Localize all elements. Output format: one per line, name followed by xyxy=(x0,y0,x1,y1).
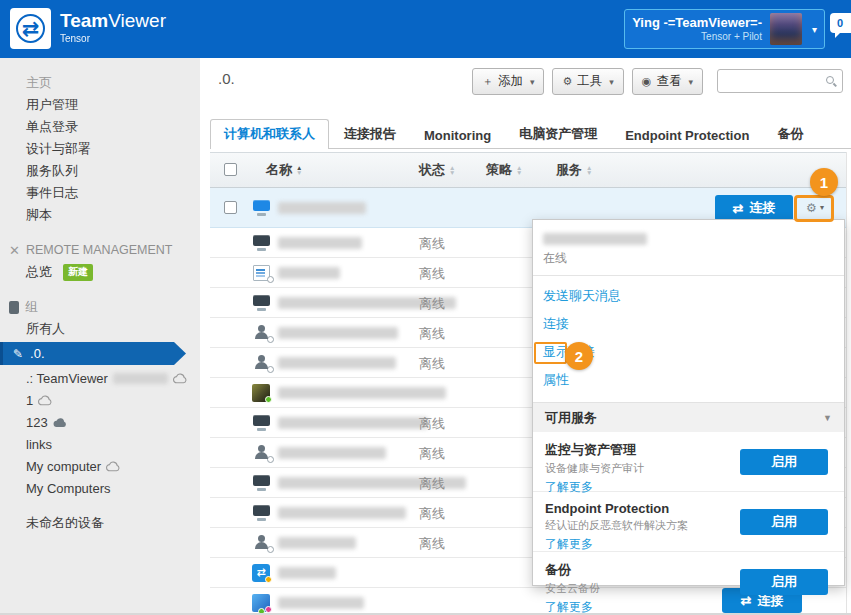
device-type-icon xyxy=(252,199,272,217)
activate-button[interactable]: 启用 xyxy=(740,449,828,475)
redacted-device-name xyxy=(278,327,398,339)
sort-arrows-icon: ▲▼ xyxy=(516,165,522,175)
presence-dot xyxy=(267,276,274,283)
sidebar-group-item[interactable]: links xyxy=(0,433,200,455)
tab[interactable]: 计算机和联系人 xyxy=(210,119,329,149)
presence-dot xyxy=(265,396,272,403)
sidebar-item[interactable]: 设计与部署 xyxy=(0,138,200,160)
sidebar-remote-management-header: ✕ REMOTE MANAGEMENT xyxy=(0,239,200,261)
chat-bubble-badge[interactable]: 0 xyxy=(830,13,851,33)
sidebar-item[interactable]: 主页 xyxy=(0,72,200,94)
tab[interactable]: 连接报告 xyxy=(331,120,409,148)
sidebar-group-item[interactable]: 123 xyxy=(0,411,200,433)
sort-arrows-icon: ▲▼ xyxy=(586,165,592,175)
sidebar-item[interactable]: 脚本 xyxy=(0,204,200,226)
remote-management-icon: ✕ xyxy=(9,243,20,258)
teamviewer-logo-icon: ⇄ xyxy=(16,14,45,43)
account-caret-icon: ▾ xyxy=(812,24,817,35)
available-services-header[interactable]: 可用服务 ▼ xyxy=(533,402,844,432)
context-menu-items: 发送聊天消息连接显示连接属性 xyxy=(533,276,844,402)
account-menu[interactable]: Ying -=TeamViewer=- Tensor + Pilot ▾ xyxy=(624,9,825,49)
redacted-device-name xyxy=(278,357,396,369)
add-button[interactable]: ＋ 添加 ▾ xyxy=(472,68,545,95)
learn-more-link[interactable]: 了解更多 xyxy=(545,536,593,553)
device-type-icon xyxy=(252,414,272,432)
tab[interactable]: Monitoring xyxy=(411,123,504,148)
service-row: Endpoint Protection 经认证的反恶意软件解决方案 了解更多 启… xyxy=(533,492,844,552)
chat-count: 0 xyxy=(837,17,843,29)
search-icon xyxy=(826,76,834,84)
activate-button[interactable]: 启用 xyxy=(740,569,828,595)
sidebar-item[interactable]: 单点登录 xyxy=(0,116,200,138)
sidebar-group-item[interactable]: 所有人 xyxy=(0,318,200,340)
redacted-device-name xyxy=(278,597,364,609)
sidebar-item[interactable]: 服务队列 xyxy=(0,160,200,182)
connect-button[interactable]: ⇄连接 xyxy=(715,195,793,221)
brand-tensor: Tensor xyxy=(60,33,166,44)
service-row: 监控与资产管理 设备健康与资产审计 了解更多 启用 xyxy=(533,432,844,492)
device-type-icon xyxy=(252,324,272,342)
column-header[interactable]: 服务 ▲▼ xyxy=(556,153,592,187)
row-checkbox[interactable] xyxy=(224,201,237,214)
column-header[interactable]: 状态 ▲▼ xyxy=(419,153,455,187)
status-cell: 离线 xyxy=(419,295,445,313)
status-cell: 离线 xyxy=(419,505,445,523)
presence-dot xyxy=(265,606,272,613)
sidebar-item-overview[interactable]: 总览 新建 xyxy=(0,261,200,283)
redacted-device-name xyxy=(278,417,428,429)
tab[interactable]: Endpoint Protection xyxy=(612,123,762,148)
context-menu-item[interactable]: 属性 xyxy=(533,366,844,394)
presence-dot xyxy=(267,546,274,553)
device-type-icon xyxy=(252,384,270,402)
device-type-icon xyxy=(252,474,272,492)
sidebar-item-unnamed-devices[interactable]: 未命名的设备 xyxy=(0,512,200,534)
redacted-device-name xyxy=(278,507,406,519)
device-context-menu: 在线 发送聊天消息连接显示连接属性 可用服务 ▼ 监控与资产管理 设备健康与资产… xyxy=(532,219,845,586)
activate-button[interactable]: 启用 xyxy=(740,509,828,535)
context-device-status: 在线 xyxy=(533,247,844,275)
column-header[interactable]: 策略 ▲▼ xyxy=(486,153,522,187)
tab[interactable]: 备份 xyxy=(764,120,816,148)
sidebar-group-item[interactable]: My computer xyxy=(0,455,200,477)
device-type-icon xyxy=(252,354,272,372)
context-menu-item[interactable]: 发送聊天消息 xyxy=(533,282,844,310)
context-menu-item[interactable]: 连接 xyxy=(533,310,844,338)
status-cell: 离线 xyxy=(419,355,445,373)
brand-text: TeamViewer Tensor xyxy=(60,11,166,44)
tab[interactable]: 电脑资产管理 xyxy=(506,120,610,148)
sidebar-group-item[interactable]: .: TeamViewer xyxy=(0,367,200,389)
presence-dot xyxy=(267,366,274,373)
gear-icon: ⚙ xyxy=(562,75,572,88)
sidebar-group-item[interactable]: 1 xyxy=(0,389,200,411)
view-button[interactable]: ◉ 查看 ▾ xyxy=(632,68,703,95)
new-badge: 新建 xyxy=(63,264,93,281)
annotation-step-2: 2 xyxy=(565,342,593,370)
account-avatar xyxy=(770,13,802,45)
account-text: Ying -=TeamViewer=- Tensor + Pilot xyxy=(632,15,762,44)
device-type-icon xyxy=(252,294,272,312)
device-type-icon xyxy=(252,594,270,612)
teamviewer-logo[interactable]: ⇄ xyxy=(10,8,51,49)
cloud-outline-icon xyxy=(173,373,188,384)
sidebar-item[interactable]: 用户管理 xyxy=(0,94,200,116)
tab-bar: 计算机和联系人连接报告Monitoring电脑资产管理Endpoint Prot… xyxy=(210,122,851,149)
search-input[interactable] xyxy=(717,69,843,93)
presence-dot xyxy=(265,576,272,583)
brand-viewer: Viewer xyxy=(108,10,166,31)
sidebar-group-item-selected[interactable]: ✎ .0. xyxy=(0,342,186,365)
cloud-outline-icon xyxy=(38,395,53,406)
redacted-text xyxy=(113,373,168,384)
status-cell: 离线 xyxy=(419,445,445,463)
sidebar-group-item[interactable]: My Computers xyxy=(0,477,200,499)
tools-button[interactable]: ⚙ 工具 ▾ xyxy=(552,68,623,95)
column-header[interactable]: 名称 ▲▼ xyxy=(266,153,302,187)
redacted-device-name xyxy=(278,237,362,249)
device-type-icon xyxy=(252,234,272,252)
page-title: .0. xyxy=(218,70,235,87)
device-type-icon xyxy=(252,444,272,462)
brand-team: Team xyxy=(60,10,108,31)
sidebar-item[interactable]: 事件日志 xyxy=(0,182,200,204)
select-all-checkbox[interactable] xyxy=(224,163,237,176)
context-device-name xyxy=(533,220,844,247)
device-type-icon xyxy=(252,564,270,582)
